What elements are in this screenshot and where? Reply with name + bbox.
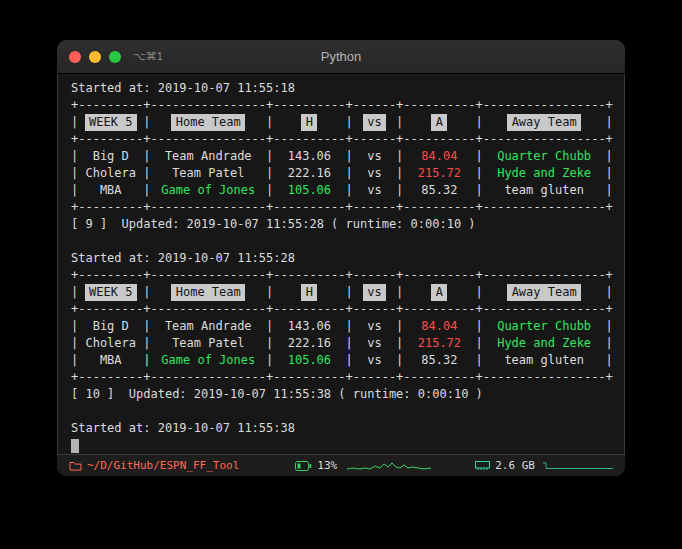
header-cell-week: WEEK 5 (78, 114, 143, 131)
table-divider: | (71, 182, 78, 199)
cell-away-team: Quarter Chubb (483, 318, 606, 335)
table-divider: | (606, 335, 613, 352)
table-divider: | (606, 165, 613, 182)
table-divider: | (396, 284, 403, 301)
terminal-screen[interactable]: Started at: 2019-10-07 11:55:18 +-------… (57, 74, 625, 454)
header-label-home-team: Home Team (171, 284, 245, 301)
started-line: Started at: 2019-10-07 11:55:28 (71, 250, 611, 267)
cell-home-team: Team Andrade (150, 148, 266, 165)
cell-home-team: Team Andrade (150, 318, 266, 335)
table-divider: | (346, 284, 353, 301)
table-divider: | (606, 284, 613, 301)
table-row: | MBA | Game of Jones | 105.06 | vs | 85… (71, 352, 611, 369)
memory-graph-icon[interactable] (543, 459, 613, 473)
table-divider: | (346, 165, 353, 182)
header-label-vs: vs (363, 284, 386, 301)
cell-vs: vs (353, 352, 396, 369)
table-divider: | (396, 165, 403, 182)
table-row: | MBA | Game of Jones | 105.06 | vs | 85… (71, 182, 611, 199)
table-divider: | (476, 352, 483, 369)
table-divider: | (606, 318, 613, 335)
table-divider: | (396, 352, 403, 369)
table-divider: | (476, 318, 483, 335)
statusbar-memory-component[interactable]: 2.6 GB (475, 459, 535, 472)
table-divider: | (396, 318, 403, 335)
matchup-table: +---------+----------------+----------+-… (71, 267, 611, 386)
table-divider: | (346, 335, 353, 352)
table-border: +---------+----------------+----------+-… (71, 301, 611, 318)
table-divider: | (476, 114, 483, 131)
updated-line: [ 10 ] Updated: 2019-10-07 11:55:38 ( ru… (71, 386, 611, 403)
table-divider: | (266, 284, 273, 301)
header-cell-home-score: H (273, 284, 345, 301)
memory-icon (475, 460, 490, 471)
cell-away-team: team gluten (483, 182, 606, 199)
table-divider: | (266, 335, 273, 352)
table-divider: | (396, 148, 403, 165)
status-bar: ~/D/GitHub/ESPN_FF_Tool 13% 2.6 GB (57, 454, 625, 476)
header-cell-home-team: Home Team (150, 114, 266, 131)
statusbar-path-component[interactable]: ~/D/GitHub/ESPN_FF_Tool (69, 459, 239, 472)
cell-week: MBA (78, 182, 143, 199)
header-cell-vs: vs (353, 284, 396, 301)
header-cell-home-team: Home Team (150, 284, 266, 301)
zoom-icon[interactable] (109, 51, 121, 63)
table-divider: | (143, 284, 150, 301)
header-label-away-score: A (431, 114, 447, 131)
cell-home-score: 105.06 (273, 182, 345, 199)
title-bar[interactable]: ⌥⌘1 Python (57, 40, 625, 74)
header-label-away-team: Away Team (507, 114, 581, 131)
header-cell-week: WEEK 5 (78, 284, 143, 301)
table-divider: | (143, 114, 150, 131)
table-row: | Big D | Team Andrade | 143.06 | vs | 8… (71, 318, 611, 335)
cpu-percentage: 13% (317, 459, 337, 472)
terminal-window: ⌥⌘1 Python Started at: 2019-10-07 11:55:… (57, 40, 625, 476)
header-cell-home-score: H (273, 114, 345, 131)
header-label-home-score: H (301, 114, 317, 131)
cell-week: Cholera (78, 335, 143, 352)
memory-amount: 2.6 GB (495, 459, 535, 472)
table-divider: | (476, 335, 483, 352)
table-header-row: | WEEK 5 | Home Team | H | vs | A | Away… (71, 114, 611, 131)
table-divider: | (396, 182, 403, 199)
cell-vs: vs (353, 182, 396, 199)
folder-icon (69, 460, 82, 471)
header-label-home-team: Home Team (171, 114, 245, 131)
statusbar-cpu-component[interactable]: 13% (295, 459, 337, 472)
header-label-week: WEEK 5 (85, 284, 137, 301)
table-divider: | (71, 352, 78, 369)
table-border: +---------+----------------+----------+-… (71, 199, 611, 216)
table-row: | Big D | Team Andrade | 143.06 | vs | 8… (71, 148, 611, 165)
close-icon[interactable] (69, 51, 81, 63)
cell-away-score: 84.04 (403, 148, 475, 165)
cell-home-score: 143.06 (273, 318, 345, 335)
table-border: +---------+----------------+----------+-… (71, 131, 611, 148)
cell-home-score: 222.16 (273, 165, 345, 182)
started-line: Started at: 2019-10-07 11:55:38 (71, 420, 611, 437)
table-divider: | (396, 114, 403, 131)
table-divider: | (476, 284, 483, 301)
header-label-home-score: H (301, 284, 317, 301)
table-divider: | (143, 165, 150, 182)
header-cell-away-score: A (403, 114, 475, 131)
table-border: +---------+----------------+----------+-… (71, 97, 611, 114)
cpu-sparkline-icon[interactable] (347, 459, 431, 473)
cell-home-score: 222.16 (273, 335, 345, 352)
table-divider: | (266, 114, 273, 131)
table-divider: | (71, 318, 78, 335)
table-row: | Cholera | Team Patel | 222.16 | vs | 2… (71, 335, 611, 352)
cell-home-team: Game of Jones (150, 352, 266, 369)
table-divider: | (266, 165, 273, 182)
cell-vs: vs (353, 165, 396, 182)
header-label-week: WEEK 5 (85, 114, 137, 131)
cell-away-team: team gluten (483, 352, 606, 369)
minimize-icon[interactable] (89, 51, 101, 63)
table-divider: | (476, 148, 483, 165)
table-divider: | (71, 335, 78, 352)
table-divider: | (143, 352, 150, 369)
table-divider: | (606, 148, 613, 165)
table-divider: | (143, 335, 150, 352)
started-line: Started at: 2019-10-07 11:55:18 (71, 80, 611, 97)
table-divider: | (71, 165, 78, 182)
cursor-line (71, 437, 611, 454)
